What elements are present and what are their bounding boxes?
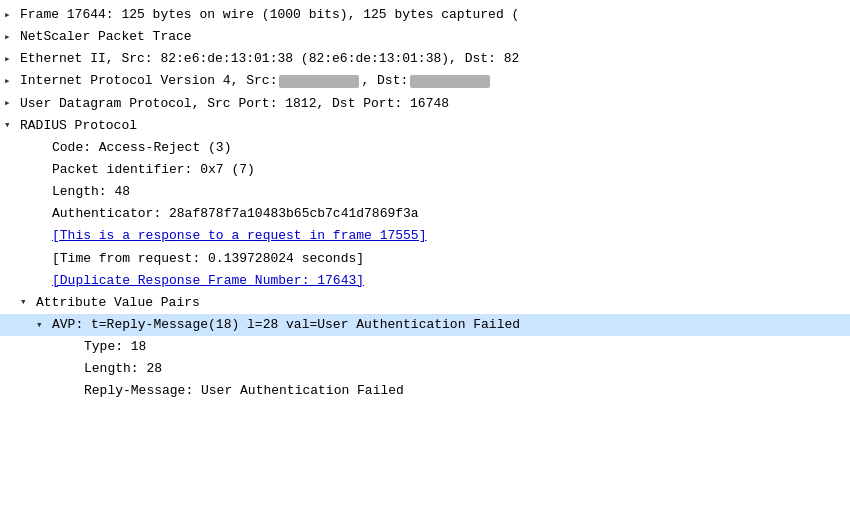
ipv4-src-blurred — [279, 75, 359, 88]
tree-row-time-from-request[interactable]: [Time from request: 0.139728024 seconds] — [0, 248, 850, 270]
row-text-frame: Frame 17644: 125 bytes on wire (1000 bit… — [20, 5, 519, 25]
tree-row-duplicate-link[interactable]: [Duplicate Response Frame Number: 17643] — [0, 270, 850, 292]
row-text-length: Length: 48 — [52, 182, 130, 202]
tree-row-avp-type[interactable]: Type: 18 — [0, 336, 850, 358]
ipv4-text-before: Internet Protocol Version 4, Src: — [20, 71, 277, 91]
tree-row-length[interactable]: Length: 48 — [0, 181, 850, 203]
tree-row-code[interactable]: Code: Access-Reject (3) — [0, 137, 850, 159]
row-text-duplicate-link[interactable]: [Duplicate Response Frame Number: 17643] — [52, 271, 364, 291]
toggle-udp[interactable] — [4, 95, 18, 112]
row-text-time-from-request: [Time from request: 0.139728024 seconds] — [52, 249, 364, 269]
row-text-packet-id: Packet identifier: 0x7 (7) — [52, 160, 255, 180]
tree-row-response-link[interactable]: [This is a response to a request in fram… — [0, 225, 850, 247]
row-text-avp-container: Attribute Value Pairs — [36, 293, 200, 313]
tree-row-frame[interactable]: Frame 17644: 125 bytes on wire (1000 bit… — [0, 4, 850, 26]
row-text-ethernet: Ethernet II, Src: 82:e6:de:13:01:38 (82:… — [20, 49, 519, 69]
toggle-frame[interactable] — [4, 7, 18, 24]
tree-row-avp-length[interactable]: Length: 28 — [0, 358, 850, 380]
toggle-ipv4[interactable] — [4, 73, 18, 90]
row-text-code: Code: Access-Reject (3) — [52, 138, 231, 158]
tree-row-packet-id[interactable]: Packet identifier: 0x7 (7) — [0, 159, 850, 181]
tree-row-ethernet[interactable]: Ethernet II, Src: 82:e6:de:13:01:38 (82:… — [0, 48, 850, 70]
tree-row-avp-reply[interactable]: Reply-Message: User Authentication Faile… — [0, 380, 850, 402]
toggle-avp-entry[interactable] — [36, 317, 50, 334]
toggle-netscaler[interactable] — [4, 29, 18, 46]
row-text-radius: RADIUS Protocol — [20, 116, 137, 136]
ipv4-dst-blurred — [410, 75, 490, 88]
tree-row-netscaler[interactable]: NetScaler Packet Trace — [0, 26, 850, 48]
toggle-radius[interactable] — [4, 117, 18, 134]
tree-row-authenticator[interactable]: Authenticator: 28af878f7a10483b65cb7c41d… — [0, 203, 850, 225]
row-text-avp-length: Length: 28 — [84, 359, 162, 379]
ipv4-text-middle: , Dst: — [361, 71, 408, 91]
tree-row-radius[interactable]: RADIUS Protocol — [0, 115, 850, 137]
row-text-response-link[interactable]: [This is a response to a request in fram… — [52, 226, 426, 246]
row-text-authenticator: Authenticator: 28af878f7a10483b65cb7c41d… — [52, 204, 419, 224]
packet-detail-panel: Frame 17644: 125 bytes on wire (1000 bit… — [0, 0, 850, 407]
tree-row-udp[interactable]: User Datagram Protocol, Src Port: 1812, … — [0, 93, 850, 115]
row-text-avp-reply: Reply-Message: User Authentication Faile… — [84, 381, 404, 401]
tree-row-ipv4[interactable]: Internet Protocol Version 4, Src: , Dst: — [0, 70, 850, 92]
row-text-udp: User Datagram Protocol, Src Port: 1812, … — [20, 94, 449, 114]
toggle-avp-container[interactable] — [20, 294, 34, 311]
row-text-netscaler: NetScaler Packet Trace — [20, 27, 192, 47]
tree-row-avp-container[interactable]: Attribute Value Pairs — [0, 292, 850, 314]
row-text-avp-entry: AVP: t=Reply-Message(18) l=28 val=User A… — [52, 315, 520, 335]
toggle-ethernet[interactable] — [4, 51, 18, 68]
row-text-avp-type: Type: 18 — [84, 337, 146, 357]
tree-row-avp-entry[interactable]: AVP: t=Reply-Message(18) l=28 val=User A… — [0, 314, 850, 336]
